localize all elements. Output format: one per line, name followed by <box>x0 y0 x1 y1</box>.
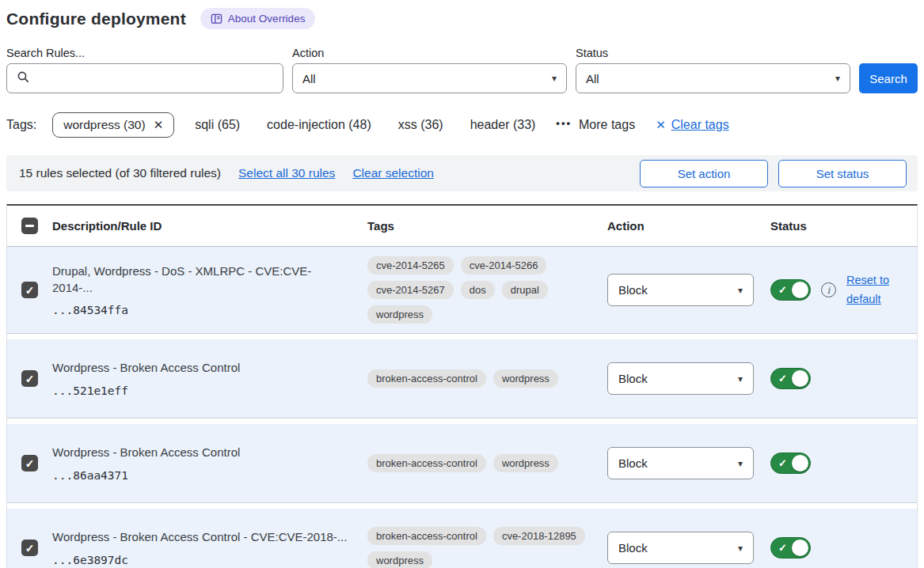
chevron-down-icon: ▾ <box>738 458 743 469</box>
book-icon <box>211 13 222 25</box>
selection-summary: 15 rules selected (of 30 filtered rules) <box>19 166 221 180</box>
check-icon: ✓ <box>778 542 787 554</box>
rule-id: ...86aa4371 <box>52 469 352 482</box>
close-icon: ✕ <box>656 118 666 132</box>
set-action-button[interactable]: Set action <box>640 160 768 187</box>
rule-tag: wordpress <box>367 551 432 568</box>
clear-tags-link[interactable]: ✕ Clear tags <box>656 118 729 132</box>
check-icon: ✓ <box>25 373 35 384</box>
rule-tag: wordpress <box>493 369 558 388</box>
selection-bar: 15 rules selected (of 30 filtered rules)… <box>6 155 918 191</box>
status-toggle[interactable]: ✓ <box>770 453 811 474</box>
status-toggle[interactable]: ✓ <box>770 537 811 559</box>
status-filter-select[interactable]: All ▾ <box>576 63 850 93</box>
ellipsis-icon: ••• <box>556 117 572 129</box>
table-row: ✓ Wordpress - Broken Access Control ...8… <box>7 424 917 503</box>
rule-tags: broken-access-controlcve-2018-12895wordp… <box>367 527 591 568</box>
status-toggle[interactable]: ✓ <box>770 368 811 389</box>
chevron-down-icon: ▾ <box>738 543 743 554</box>
rule-tag: dos <box>461 281 495 299</box>
tags-label: Tags: <box>6 118 36 132</box>
rule-description: Wordpress - Broken Access Control <box>52 445 352 460</box>
action-filter-select[interactable]: All ▾ <box>292 63 567 93</box>
info-icon[interactable]: i <box>821 282 836 297</box>
rule-tag: broken-access-control <box>367 454 486 472</box>
rule-tags: broken-access-controlwordpress <box>367 369 591 388</box>
tags-bar: Tags: wordpress (30) ✕ sqli (65)code-inj… <box>6 112 918 138</box>
clear-selection-link[interactable]: Clear selection <box>352 166 434 180</box>
indeterminate-minus-icon <box>25 225 34 227</box>
table-header-row: Description/Rule ID Tags Action Status <box>7 206 917 247</box>
clear-tags-label: Clear tags <box>671 118 729 132</box>
select-all-link[interactable]: Select all 30 rules <box>238 166 335 180</box>
action-select-value: Block <box>618 283 648 297</box>
more-tags-label: More tags <box>579 118 635 132</box>
action-select[interactable]: Block ▾ <box>607 447 754 479</box>
column-header-status: Status <box>761 219 917 233</box>
status-toggle[interactable]: ✓ <box>770 279 811 301</box>
tag-filter[interactable]: code-injection (48) <box>267 118 371 132</box>
check-icon: ✓ <box>25 458 35 469</box>
action-select[interactable]: Block ▾ <box>607 362 754 395</box>
column-header-description: Description/Rule ID <box>46 219 361 233</box>
row-checkbox[interactable]: ✓ <box>21 540 38 556</box>
toggle-knob <box>792 370 808 387</box>
chevron-down-icon: ▾ <box>552 73 557 84</box>
chevron-down-icon: ▾ <box>738 285 743 296</box>
status-filter-value: All <box>586 72 599 85</box>
column-header-action: Action <box>599 219 761 233</box>
rule-tag: drupal <box>502 281 548 299</box>
set-status-button[interactable]: Set status <box>778 160 907 187</box>
tag-filter[interactable]: xss (36) <box>398 118 443 132</box>
row-checkbox[interactable]: ✓ <box>21 370 38 387</box>
search-rules-input[interactable] <box>36 71 273 86</box>
rule-id: ...6e3897dc <box>52 554 352 566</box>
remove-tag-icon[interactable]: ✕ <box>154 118 164 132</box>
action-select-value: Block <box>618 541 648 555</box>
check-icon: ✓ <box>778 373 787 384</box>
rule-tag: wordpress <box>367 305 432 324</box>
rule-description: Wordpress - Broken Access Control - CVE:… <box>52 529 352 545</box>
tag-filter[interactable]: sqli (65) <box>195 118 240 132</box>
search-icon <box>17 70 30 86</box>
check-icon: ✓ <box>778 457 787 469</box>
selected-tag-pill[interactable]: wordpress (30) ✕ <box>52 112 174 138</box>
table-row: ✓ Wordpress - Broken Access Control ...5… <box>7 339 917 418</box>
filter-bar: Search Rules... Action All ▾ Status All … <box>6 47 918 93</box>
action-select-value: Block <box>618 372 648 385</box>
rule-tag: cve-2018-12895 <box>493 527 585 545</box>
rule-tag: cve-2014-5266 <box>461 256 547 275</box>
rule-tag: wordpress <box>493 454 558 472</box>
page-header: Configure deployment About Overrides <box>6 8 918 29</box>
action-filter-label: Action <box>292 47 567 59</box>
rule-tag: broken-access-control <box>367 527 486 545</box>
reset-to-default-link[interactable]: Reset to default <box>846 271 895 309</box>
page-title: Configure deployment <box>6 9 186 28</box>
rule-tags: broken-access-controlwordpress <box>367 454 591 472</box>
rule-id: ...84534ffa <box>52 304 352 316</box>
search-button[interactable]: Search <box>859 63 918 93</box>
action-select[interactable]: Block ▾ <box>607 274 754 306</box>
action-select[interactable]: Block ▾ <box>607 532 754 564</box>
tag-filter[interactable]: header (33) <box>470 118 536 132</box>
check-icon: ✓ <box>778 284 787 296</box>
select-all-checkbox[interactable] <box>21 218 38 234</box>
rule-tags: cve-2014-5265cve-2014-5266cve-2014-5267d… <box>367 256 591 324</box>
toggle-knob <box>792 540 808 556</box>
toggle-knob <box>792 455 808 471</box>
about-overrides-label: About Overrides <box>228 13 306 25</box>
chevron-down-icon: ▾ <box>738 373 743 384</box>
more-tags-button[interactable]: ••• More tags <box>556 118 635 132</box>
rule-id: ...521e1eff <box>52 384 352 397</box>
column-header-tags: Tags <box>361 219 599 233</box>
row-checkbox[interactable]: ✓ <box>21 455 38 471</box>
rule-description: Drupal, Wordpress - DoS - XMLRPC - CVE:C… <box>52 263 352 296</box>
about-overrides-badge[interactable]: About Overrides <box>200 8 316 29</box>
row-checkbox[interactable]: ✓ <box>21 282 38 298</box>
rule-tag: cve-2014-5265 <box>367 256 454 275</box>
selected-tag-label: wordpress (30) <box>63 118 145 132</box>
rule-tag: broken-access-control <box>367 369 486 388</box>
action-select-value: Block <box>618 456 648 470</box>
check-icon: ✓ <box>25 543 35 554</box>
table-row: ✓ Wordpress - Broken Access Control - CV… <box>7 509 917 568</box>
